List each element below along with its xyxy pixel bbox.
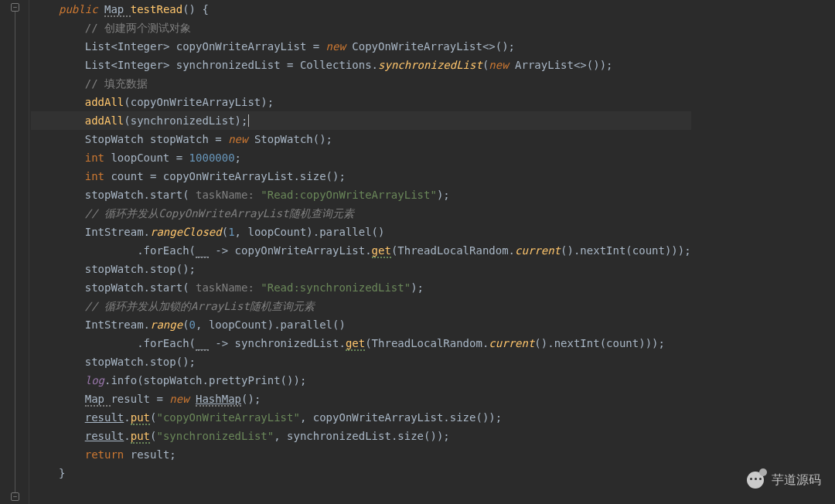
code-line[interactable]: // 循环并发从加锁的ArrayList随机查询元素 <box>31 297 691 315</box>
code-line[interactable]: IntStream.rangeClosed(1, loopCount).para… <box>31 223 691 241</box>
fold-guide-line <box>15 3 15 501</box>
code-line[interactable]: List<Integer> copyOnWriteArrayList = new… <box>31 37 691 56</box>
watermark-text: 芋道源码 <box>772 471 821 489</box>
code-token: stopWatch.stop(); <box>85 356 196 368</box>
code-token: } <box>59 467 65 479</box>
code-line[interactable]: } <box>31 464 691 482</box>
code-token: // 循环并发从CopyOnWriteArrayList随机查询元素 <box>85 207 354 220</box>
code-line[interactable]: // 循环并发从CopyOnWriteArrayList随机查询元素 <box>31 204 691 223</box>
code-token: get <box>346 337 365 351</box>
code-token: .info(stopWatch.prettyPrint()); <box>104 374 306 387</box>
code-token: ( <box>182 318 189 331</box>
code-token: result = <box>111 393 169 405</box>
code-token: , loopCount).parallel() <box>196 318 346 331</box>
code-token: 1000000 <box>189 152 235 164</box>
code-line[interactable]: Map result = new HashMap(); <box>31 390 691 408</box>
code-token: taskName: <box>189 189 261 201</box>
code-token: ().nextInt(count))); <box>561 244 691 257</box>
code-token: "copyOnWriteArrayList" <box>156 411 299 424</box>
code-token: // 填充数据 <box>85 77 148 90</box>
code-line[interactable]: addAll(synchronizedList); <box>31 111 691 130</box>
code-token: IntStream. <box>85 318 150 331</box>
code-token: Map <box>85 393 111 407</box>
code-line[interactable]: IntStream.range(0, loopCount).parallel() <box>31 315 691 334</box>
code-token: get <box>372 244 391 258</box>
code-token: stopWatch.start( <box>85 281 189 294</box>
code-line[interactable]: .forEach(__ -> synchronizedList.get(Thre… <box>31 334 691 352</box>
code-token: , synchronizedList.size()); <box>274 430 450 442</box>
code-line[interactable]: log.info(stopWatch.prettyPrint()); <box>31 371 691 390</box>
code-token: <>()); <box>574 59 613 71</box>
code-token: synchronizedList <box>378 59 482 71</box>
code-line[interactable]: stopWatch.start( taskName: "Read:copyOnW… <box>31 186 691 204</box>
code-token: (ThreadLocalRandom. <box>391 244 515 257</box>
code-token: (); <box>241 393 261 405</box>
code-token: .forEach( <box>137 337 196 349</box>
code-line[interactable]: int count = copyOnWriteArrayList.size(); <box>31 167 691 186</box>
code-token: ( <box>222 226 228 238</box>
code-token: HashMap <box>196 393 241 407</box>
code-token: Map <box>104 3 131 17</box>
code-token: -> copyOnWriteArrayList. <box>209 244 372 257</box>
code-token: ); <box>437 189 450 201</box>
code-token: count = copyOnWriteArrayList.size(); <box>111 170 345 182</box>
code-token: 1 <box>228 226 234 238</box>
code-token: addAll <box>85 96 124 108</box>
code-editor[interactable]: public Map testRead() { // 创建两个测试对象 List… <box>29 0 691 482</box>
code-line[interactable]: stopWatch.stop(); <box>31 260 691 278</box>
code-token: List <box>85 59 111 71</box>
code-token: new <box>326 40 353 53</box>
watermark: 芋道源码 <box>745 470 821 490</box>
code-token: stopWatch.stop(); <box>85 263 196 275</box>
code-token: // 循环并发从加锁的ArrayList随机查询元素 <box>85 300 315 312</box>
code-line[interactable]: int loopCount = 1000000; <box>31 148 691 167</box>
code-line[interactable]: public Map testRead() { <box>31 0 691 19</box>
code-token: result; <box>131 448 176 461</box>
code-token: (ThreadLocalRandom. <box>365 337 489 349</box>
code-line[interactable]: addAll(copyOnWriteArrayList); <box>31 93 691 111</box>
code-token: "synchronizedList" <box>156 430 274 442</box>
editor-gutter: − − <box>0 0 29 504</box>
code-token: result <box>85 430 124 442</box>
code-token: "Read:synchronizedList" <box>261 281 411 294</box>
code-token: < <box>111 59 117 71</box>
code-token: ); <box>411 281 424 294</box>
code-token: ArrayList <box>515 59 574 71</box>
code-token: < <box>111 40 117 53</box>
code-token: List <box>85 40 111 53</box>
code-line[interactable]: StopWatch stopWatch = new StopWatch(); <box>31 130 691 148</box>
code-token: . <box>124 430 130 442</box>
code-token: current <box>515 244 561 257</box>
code-token: int <box>85 170 111 182</box>
code-token: loopCount = <box>111 152 189 164</box>
code-token: log <box>85 374 104 387</box>
code-token: public <box>59 3 104 15</box>
code-token: 0 <box>189 318 196 331</box>
code-line[interactable]: return result; <box>31 445 691 464</box>
code-line[interactable]: List<Integer> synchronizedList = Collect… <box>31 56 691 74</box>
code-line[interactable]: // 填充数据 <box>31 74 691 93</box>
code-line[interactable]: .forEach(__ -> copyOnWriteArrayList.get(… <box>31 241 691 260</box>
code-line[interactable]: // 创建两个测试对象 <box>31 19 691 37</box>
code-token: put <box>131 411 150 425</box>
code-line[interactable]: stopWatch.stop(); <box>31 352 691 371</box>
code-token: IntStream. <box>85 226 150 238</box>
code-token: rangeClosed <box>150 226 222 238</box>
code-token: <>(); <box>482 40 515 53</box>
wechat-bubble-icon <box>745 470 765 490</box>
fold-toggle-top-icon[interactable]: − <box>11 3 19 12</box>
code-token: (copyOnWriteArrayList); <box>124 96 274 108</box>
code-line[interactable]: result.put("synchronizedList", synchroni… <box>31 427 691 445</box>
code-token: "Read:copyOnWriteArrayList" <box>261 189 437 201</box>
code-token: Integer <box>118 40 163 53</box>
code-token: current <box>489 337 534 349</box>
code-line[interactable]: stopWatch.start( taskName: "Read:synchro… <box>31 278 691 297</box>
code-token: > synchronizedList = Collections. <box>163 59 378 71</box>
code-token: // 创建两个测试对象 <box>85 22 191 34</box>
code-token: stopWatch.start( <box>85 189 189 201</box>
fold-toggle-bottom-icon[interactable]: − <box>11 492 19 501</box>
code-token: > copyOnWriteArrayList = <box>163 40 326 53</box>
code-token: result <box>85 411 124 424</box>
code-token: new <box>228 133 254 145</box>
code-line[interactable]: result.put("copyOnWriteArrayList", copyO… <box>31 408 691 427</box>
